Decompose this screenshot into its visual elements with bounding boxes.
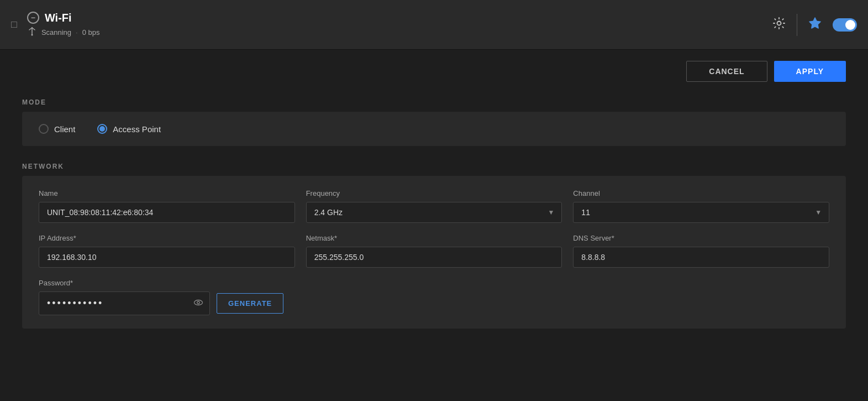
cancel-button[interactable]: CANCEL bbox=[686, 61, 767, 82]
wifi-toggle[interactable] bbox=[833, 18, 857, 32]
client-radio-button[interactable] bbox=[39, 124, 49, 134]
form-row-1: Name Frequency 2.4 GHz 5 GHz ▼ Channel 1… bbox=[39, 189, 829, 223]
channel-select[interactable]: 123 456 789 1011 1213 bbox=[573, 202, 829, 223]
password-visibility-toggle-button[interactable] bbox=[193, 298, 203, 310]
network-section-label: NETWORK bbox=[22, 163, 846, 170]
access-point-radio-label: Access Point bbox=[113, 124, 161, 134]
ip-label: IP Address* bbox=[39, 234, 295, 242]
svg-point-6 bbox=[194, 300, 203, 305]
name-label: Name bbox=[39, 189, 295, 197]
svg-marker-5 bbox=[809, 18, 820, 28]
client-radio-option[interactable]: Client bbox=[39, 124, 75, 134]
frequency-select-wrapper: 2.4 GHz 5 GHz ▼ bbox=[306, 202, 562, 223]
frequency-label: Frequency bbox=[306, 189, 562, 197]
topbar-left: − Wi-Fi Scanning · 0 bps bbox=[27, 12, 100, 38]
netmask-label: Netmask* bbox=[306, 234, 562, 242]
apply-button[interactable]: APPLY bbox=[774, 61, 846, 82]
ip-input[interactable] bbox=[39, 247, 295, 268]
network-card: Name Frequency 2.4 GHz 5 GHz ▼ Channel 1… bbox=[22, 176, 846, 329]
password-label: Password* bbox=[39, 279, 332, 287]
mode-card: Client Access Point bbox=[22, 112, 846, 146]
channel-select-wrapper: 123 456 789 1011 1213 ▼ bbox=[573, 202, 829, 223]
netmask-input[interactable] bbox=[306, 247, 562, 268]
generate-password-button[interactable]: GENERATE bbox=[217, 293, 283, 314]
topbar-title-row: − Wi-Fi bbox=[27, 12, 100, 24]
mode-section-label: MODE bbox=[22, 98, 846, 106]
ip-group: IP Address* bbox=[39, 234, 295, 268]
main-content: CANCEL APPLY MODE Client Access Point NE… bbox=[0, 50, 868, 401]
scanning-text: Scanning bbox=[41, 28, 71, 37]
name-input[interactable] bbox=[39, 202, 295, 223]
minimize-icon[interactable]: − bbox=[27, 12, 39, 24]
password-input[interactable] bbox=[39, 291, 210, 315]
svg-point-3 bbox=[31, 34, 33, 35]
netmask-group: Netmask* bbox=[306, 234, 562, 268]
access-point-radio-option[interactable]: Access Point bbox=[97, 124, 161, 134]
password-group: Password* GENERATE bbox=[39, 279, 332, 315]
radio-checked-indicator bbox=[99, 126, 105, 132]
name-group: Name bbox=[39, 189, 295, 223]
password-row: GENERATE bbox=[39, 291, 332, 315]
window-expand-icon[interactable]: □ bbox=[11, 19, 17, 30]
speed-text: 0 bps bbox=[82, 28, 100, 37]
settings-gear-button[interactable] bbox=[772, 17, 786, 33]
action-row: CANCEL APPLY bbox=[22, 61, 846, 82]
dns-input[interactable] bbox=[573, 247, 829, 268]
dns-group: DNS Server* bbox=[573, 234, 829, 268]
topbar: □ − Wi-Fi Scanning · 0 bps bbox=[0, 0, 868, 50]
channel-label: Channel bbox=[573, 189, 829, 197]
dot-separator: · bbox=[76, 28, 78, 37]
channel-group: Channel 123 456 789 1011 1213 ▼ bbox=[573, 189, 829, 223]
form-row-2: IP Address* Netmask* DNS Server* bbox=[39, 234, 829, 268]
access-point-radio-button[interactable] bbox=[97, 124, 107, 134]
vertical-divider bbox=[797, 14, 797, 36]
svg-point-4 bbox=[777, 21, 781, 25]
password-wrapper bbox=[39, 291, 210, 315]
frequency-group: Frequency 2.4 GHz 5 GHz ▼ bbox=[306, 189, 562, 223]
svg-point-7 bbox=[197, 301, 200, 304]
topbar-right bbox=[772, 14, 857, 36]
dns-label: DNS Server* bbox=[573, 234, 829, 242]
scanning-icon bbox=[27, 27, 37, 38]
favorite-star-button[interactable] bbox=[808, 17, 822, 33]
topbar-subtitle: Scanning · 0 bps bbox=[27, 27, 100, 38]
page-title: Wi-Fi bbox=[45, 12, 72, 24]
frequency-select[interactable]: 2.4 GHz 5 GHz bbox=[306, 202, 562, 223]
client-radio-label: Client bbox=[54, 124, 75, 134]
